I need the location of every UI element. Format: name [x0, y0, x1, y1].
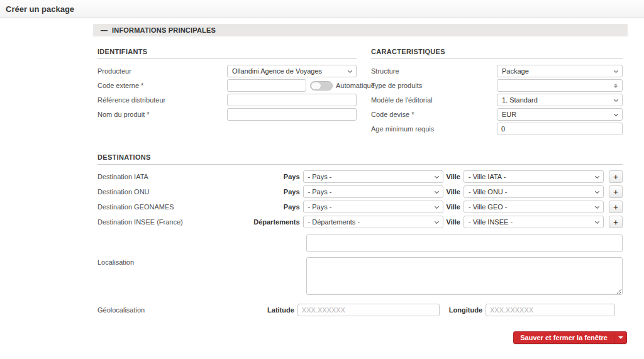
chevron-down-icon [348, 68, 352, 72]
sort-arrows-icon [614, 84, 618, 88]
add-destination-geonames-button[interactable]: + [609, 201, 623, 213]
plus-icon: + [613, 172, 618, 182]
producteur-select[interactable]: Ollandini Agence de Voyages [227, 65, 357, 77]
code-devise-select[interactable]: EUR [497, 108, 623, 121]
geolocalisation-row: Géolocalisation Latitude Longitude [97, 304, 623, 316]
pays-select-iata[interactable]: - Pays - [303, 170, 443, 183]
modele-editorial-label: Modèle de l'éditorial [371, 96, 497, 104]
destinations-heading: DESTINATIONS [97, 153, 623, 165]
plus-icon: + [613, 187, 618, 197]
chevron-down-icon [614, 111, 618, 116]
save-and-close-button[interactable]: Sauver et fermer la fenêtre [514, 332, 614, 343]
ville-select-iata[interactable]: - Ville IATA - [464, 170, 604, 183]
automatique-toggle[interactable] [310, 81, 333, 91]
save-and-close-split-button[interactable]: Sauver et fermer la fenêtre [513, 331, 627, 344]
add-destination-iata-button[interactable]: + [609, 170, 623, 183]
structure-select-value: Package [502, 67, 529, 75]
modele-editorial-select[interactable]: 1. Standard [497, 94, 623, 106]
chevron-down-icon [435, 189, 439, 193]
pays-select-geonames[interactable]: - Pays - [303, 201, 443, 213]
code-devise-label: Code devise * [371, 111, 497, 118]
identifiants-heading: IDENTIFIANTS [97, 48, 357, 59]
section-title: INFORMATIONS PRINCIPALES [112, 26, 216, 34]
ville-sublabel: Ville [447, 203, 460, 211]
age-minimum-input[interactable] [497, 123, 623, 135]
chevron-down-icon [435, 219, 439, 223]
destination-iata-row: Destination IATA Pays - Pays - Ville - V… [97, 170, 623, 183]
latitude-sublabel: Latitude [267, 306, 294, 314]
localisation-textarea[interactable] [306, 257, 623, 295]
collapse-minus-icon: — [101, 26, 108, 34]
destination-onu-label: Destination ONU [97, 188, 280, 196]
code-devise-select-value: EUR [502, 111, 516, 118]
identifiants-column: IDENTIFIANTS Producteur Ollandini Agence… [97, 48, 357, 137]
chevron-down-icon [595, 204, 599, 208]
destination-iata-label: Destination IATA [97, 173, 280, 180]
chevron-down-icon [435, 174, 439, 178]
page-title: Créer un package [6, 4, 74, 14]
ville-select-value: - Ville ONU - [469, 188, 508, 196]
ville-select-geonames[interactable]: - Ville GEO - [464, 201, 604, 213]
structure-select[interactable]: Package [497, 65, 623, 77]
pays-sublabel: Pays [284, 188, 300, 196]
producteur-select-value: Ollandini Agence de Voyages [232, 67, 322, 75]
type-de-produits-label: Type de produits [371, 82, 497, 89]
reference-distributeur-input[interactable] [227, 94, 357, 106]
destination-insee-row: Destination INSEE (France) Départements … [97, 216, 623, 228]
chevron-down-icon [595, 174, 599, 178]
destination-onu-row: Destination ONU Pays - Pays - Ville - Vi… [97, 185, 623, 198]
pays-select-onu[interactable]: - Pays - [303, 185, 443, 198]
ville-select-insee[interactable]: - Ville INSEE - [464, 216, 604, 228]
form-panel: — INFORMATIONS PRINCIPALES IDENTIFIANTS … [93, 24, 628, 344]
longitude-input[interactable] [486, 304, 615, 316]
nom-du-produit-label: Nom du produit * [97, 111, 227, 118]
nom-du-produit-input[interactable] [227, 108, 357, 121]
localisation-label: Localisation [97, 257, 306, 295]
modele-editorial-row: Modèle de l'éditorial 1. Standard [371, 94, 623, 106]
chevron-down-icon [595, 219, 599, 223]
pays-select-value: - Pays - [308, 188, 332, 196]
code-externe-input[interactable] [227, 79, 306, 92]
pays-select-value: - Pays - [308, 203, 332, 211]
chevron-down-icon [435, 204, 439, 208]
automatique-toggle-label: Automatique [336, 82, 375, 89]
destination-geonames-row: Destination GEONAMES Pays - Pays - Ville… [97, 201, 623, 213]
localisation-tags-box[interactable] [306, 235, 623, 252]
code-externe-label: Code externe * [97, 82, 227, 89]
pays-sublabel: Pays [284, 173, 300, 180]
longitude-sublabel: Longitude [449, 306, 482, 314]
nom-du-produit-row: Nom du produit * [97, 108, 357, 121]
ville-sublabel: Ville [447, 173, 460, 180]
pays-sublabel: Pays [284, 203, 300, 211]
footer-actions: Sauver et fermer la fenêtre [93, 331, 628, 344]
ville-select-onu[interactable]: - Ville ONU - [464, 185, 604, 198]
producteur-label: Producteur [97, 67, 227, 75]
chevron-down-icon [614, 68, 618, 72]
section-informations-principales[interactable]: — INFORMATIONS PRINCIPALES [93, 24, 628, 36]
destination-insee-label: Destination INSEE (France) [97, 218, 250, 226]
save-options-dropdown-button[interactable] [614, 332, 626, 343]
latitude-input[interactable] [297, 304, 440, 316]
producteur-row: Producteur Ollandini Agence de Voyages [97, 65, 357, 77]
window-title-bar: Créer un package [0, 0, 644, 18]
geolocalisation-label: Géolocalisation [97, 306, 264, 314]
type-de-produits-multiselect[interactable] [497, 79, 623, 92]
add-destination-onu-button[interactable]: + [609, 185, 623, 198]
code-externe-row: Code externe * Automatique [97, 79, 357, 92]
ville-select-value: - Ville IATA - [469, 173, 506, 180]
caret-down-icon [618, 336, 623, 339]
modele-editorial-select-value: 1. Standard [502, 96, 538, 104]
ville-select-value: - Ville GEO - [469, 203, 508, 211]
ville-select-value: - Ville INSEE - [469, 218, 513, 226]
plus-icon: + [613, 202, 618, 212]
departements-select-insee[interactable]: - Départements - [303, 216, 443, 228]
chevron-down-icon [595, 189, 599, 193]
add-destination-insee-button[interactable]: + [609, 216, 623, 228]
destination-geonames-label: Destination GEONAMES [97, 203, 280, 211]
structure-label: Structure [371, 67, 497, 75]
reference-distributeur-label: Référence distributeur [97, 96, 227, 104]
departements-sublabel: Départements [253, 218, 299, 226]
ville-sublabel: Ville [447, 188, 460, 196]
departements-select-value: - Départements - [308, 218, 360, 226]
ville-sublabel: Ville [447, 218, 460, 226]
